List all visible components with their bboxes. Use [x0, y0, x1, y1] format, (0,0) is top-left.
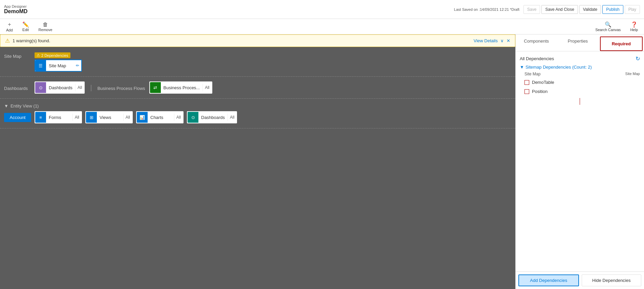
help-label: Help: [630, 28, 638, 32]
app-name: DemoMD: [4, 8, 27, 15]
dep-icon: ⚠: [37, 53, 40, 57]
entity-row: Account ≡ Forms All ⊞ Views All 📊 Charts…: [4, 111, 511, 123]
tab-properties[interactable]: Properties: [557, 34, 598, 51]
pipe-divider: |: [89, 84, 93, 92]
search-canvas-label: Search Canvas: [595, 28, 621, 32]
save-button[interactable]: Save: [523, 5, 540, 14]
charts-card[interactable]: 📊 Charts All: [136, 111, 184, 123]
toolbar: ＋ Add ✏️ Edit 🗑 Remove 🔍 Search Canvas ❓…: [0, 19, 644, 34]
all-dependencies-title: All Dependencies: [520, 56, 554, 61]
warning-left: ⚠ 1 warning(s) found.: [5, 38, 50, 44]
remove-toolbar-item[interactable]: 🗑 Remove: [37, 21, 55, 32]
entity-dashboards-all[interactable]: All: [228, 114, 236, 121]
site-map-left-label: Site Map: [524, 72, 540, 76]
main-layout: ⚠ 1 warning(s) found. View Details ∨ ✕ S…: [0, 34, 644, 289]
views-card-text: Views: [97, 114, 123, 121]
dep-item-0: DemoTable: [520, 78, 640, 86]
sitemap-card-text: Site Map: [46, 62, 74, 70]
tab-required[interactable]: Required: [600, 37, 643, 51]
hide-dependencies-button[interactable]: Hide Dependencies: [582, 274, 642, 286]
warning-right[interactable]: View Details ∨ ✕: [474, 38, 510, 43]
play-button[interactable]: Play: [625, 5, 640, 14]
bpf-card-text: Business Proces...: [161, 84, 203, 92]
validate-button[interactable]: Validate: [579, 5, 601, 14]
entity-dashboards-text: Dashboards: [198, 114, 228, 121]
warning-text: 1 warning(s) found.: [13, 38, 50, 43]
add-toolbar-item[interactable]: ＋ Add: [4, 20, 15, 33]
chevron-down-icon: ∨: [500, 38, 504, 43]
sitemap-row: Site Map ⚠ 2 Dependencies ☰ Site Map ✏: [0, 50, 515, 74]
entity-section: ▼ Entity View (1) Account ≡ Forms All ⊞ …: [0, 101, 515, 126]
divider-1: [0, 76, 515, 77]
views-card[interactable]: ⊞ Views All: [85, 111, 133, 123]
save-and-close-button[interactable]: Save And Close: [541, 5, 578, 14]
dashboards-cards: ⊙ Dashboards All | Business Process Flow…: [35, 81, 511, 94]
right-panel-content: All Dependencies ↻ ▼ Sitemap Dependencie…: [516, 51, 644, 271]
dep-entity-label-row: Site Map Site Map: [520, 72, 640, 76]
right-panel-footer: Add Dependencies Hide Dependencies: [516, 271, 644, 289]
right-panel-tabs: Components Properties Required: [516, 34, 644, 51]
top-bar: App Designer DemoMD Last Saved on :14/09…: [0, 0, 644, 19]
refresh-icon[interactable]: ↻: [636, 55, 640, 62]
dep-item-text-1: Position: [532, 89, 548, 94]
account-button[interactable]: Account: [4, 113, 31, 122]
sitemap-card[interactable]: ☰ Site Map ✏: [35, 59, 82, 72]
divider-3: [0, 128, 515, 128]
dependencies-badge: ⚠ 2 Dependencies: [35, 52, 70, 58]
sitemap-card-icon: ☰: [35, 60, 46, 71]
cursor-line: [580, 98, 580, 105]
remove-label: Remove: [39, 28, 52, 32]
toolbar-right: 🔍 Search Canvas ❓ Help: [593, 21, 640, 32]
dep-text: 2 Dependencies: [41, 53, 68, 57]
close-icon[interactable]: ✕: [507, 38, 510, 43]
site-map-right-label: Site Map: [625, 72, 640, 76]
forms-card-icon: ≡: [35, 112, 46, 123]
forms-all-text[interactable]: All: [72, 114, 81, 121]
right-panel: Components Properties Required All Depen…: [515, 34, 644, 289]
views-all-text[interactable]: All: [123, 114, 132, 121]
add-dependencies-button[interactable]: Add Dependencies: [518, 274, 579, 286]
dep-item-1: Position: [520, 88, 640, 95]
entity-dashboards-card[interactable]: ⊙ Dashboards All: [187, 111, 237, 123]
dashboards-card-text: Dashboards: [46, 84, 75, 92]
app-label: App Designer: [4, 4, 27, 8]
warning-icon: ⚠: [5, 38, 10, 44]
dashboards-row-label: Dashboards: [4, 85, 31, 91]
sitemap-card-group: ⚠ 2 Dependencies ☰ Site Map ✏: [35, 52, 82, 72]
dep-checkbox-1[interactable]: [524, 89, 529, 94]
charts-card-text: Charts: [148, 114, 174, 121]
charts-all-text[interactable]: All: [174, 114, 183, 121]
bpf-card[interactable]: ⇄ Business Proces... All: [149, 81, 212, 94]
publish-button[interactable]: Publish: [602, 5, 623, 14]
entity-header-text: Entity View (1): [10, 103, 39, 109]
entity-collapse-icon[interactable]: ▼: [4, 103, 8, 109]
dashboards-row: Dashboards ⊙ Dashboards All | Business P…: [0, 79, 515, 96]
dashboards-card[interactable]: ⊙ Dashboards All: [35, 81, 85, 94]
search-canvas-item[interactable]: 🔍 Search Canvas: [593, 21, 623, 32]
tab-components[interactable]: Components: [516, 34, 557, 51]
dashboards-card-icon: ⊙: [35, 82, 46, 93]
forms-card-text: Forms: [46, 114, 72, 121]
dep-checkbox-0[interactable]: [524, 80, 529, 85]
help-icon: ❓: [631, 21, 638, 28]
last-saved-text: Last Saved on :14/09/2021 12:21 *Draft: [454, 7, 519, 11]
sitemap-dep-expand-icon: ▼: [520, 65, 524, 70]
sitemap-dep-title: Sitemap Dependencies (Count: 2): [525, 65, 592, 70]
dashboards-all-text[interactable]: All: [75, 84, 84, 91]
sitemap-dep-header[interactable]: ▼ Sitemap Dependencies (Count: 2): [520, 65, 640, 70]
edit-toolbar-item[interactable]: ✏️ Edit: [20, 21, 31, 32]
add-icon: ＋: [7, 21, 12, 28]
entity-header: ▼ Entity View (1): [4, 103, 511, 109]
forms-card[interactable]: ≡ Forms All: [35, 111, 82, 123]
edit-icon: ✏️: [22, 21, 29, 28]
entity-dashboards-icon: ⊙: [188, 112, 198, 123]
sitemap-edit-icon[interactable]: ✏: [74, 62, 81, 69]
dep-header: All Dependencies ↻: [520, 55, 640, 62]
dep-item-text-0: DemoTable: [532, 80, 554, 85]
view-details-link[interactable]: View Details: [474, 38, 498, 43]
warning-banner: ⚠ 1 warning(s) found. View Details ∨ ✕: [0, 34, 515, 47]
canvas-area: ⚠ 1 warning(s) found. View Details ∨ ✕ S…: [0, 34, 515, 289]
toolbar-left: ＋ Add ✏️ Edit 🗑 Remove: [4, 20, 55, 33]
help-item[interactable]: ❓ Help: [628, 21, 640, 32]
bpf-all-text[interactable]: All: [202, 84, 211, 91]
